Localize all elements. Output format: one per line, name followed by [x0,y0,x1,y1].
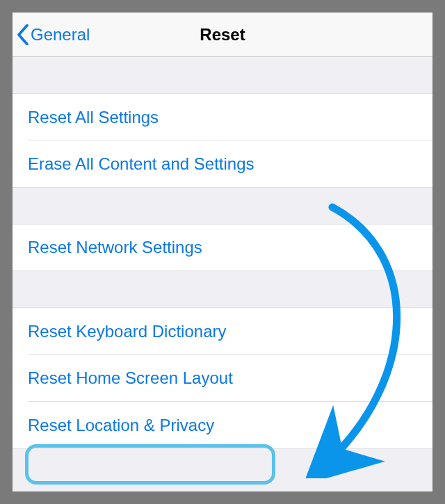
cell-label: Reset Network Settings [28,238,202,257]
erase-all-content[interactable]: Erase All Content and Settings [13,140,432,188]
highlight-ring [25,444,275,485]
cell-label: Reset Keyboard Dictionary [28,322,226,341]
navbar: General Reset [13,13,432,57]
reset-location-privacy[interactable]: Reset Location & Privacy [13,402,432,449]
cell-label: Reset Home Screen Layout [28,368,233,388]
settings-screen: General Reset Reset All Settings Erase A… [13,13,432,491]
reset-all-settings[interactable]: Reset All Settings [13,93,432,140]
cell-label: Reset Location & Privacy [28,416,214,435]
back-label: General [31,25,90,44]
group-gap [13,271,432,307]
cell-label: Reset All Settings [28,108,159,127]
back-button[interactable]: General [13,24,90,45]
reset-network-settings[interactable]: Reset Network Settings [13,224,432,271]
reset-keyboard-dictionary[interactable]: Reset Keyboard Dictionary [13,307,432,355]
reset-home-screen-layout[interactable]: Reset Home Screen Layout [13,355,432,402]
group-gap [13,57,432,93]
group-gap [13,188,432,224]
chevron-left-icon [17,24,29,45]
cell-label: Erase All Content and Settings [28,154,254,174]
